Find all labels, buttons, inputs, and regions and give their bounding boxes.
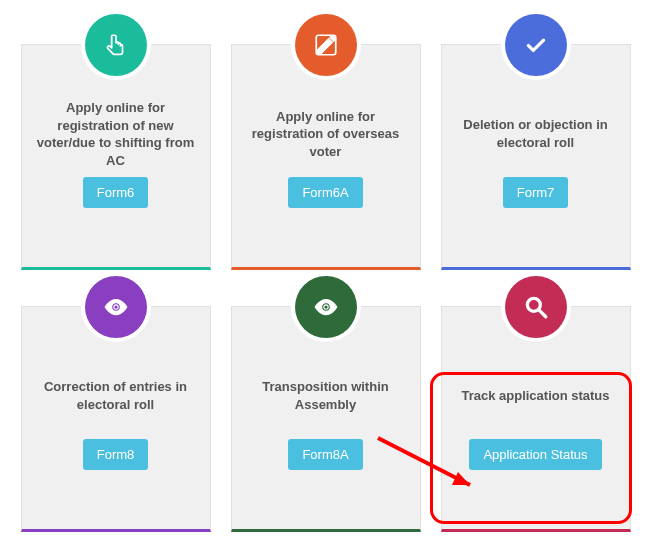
eye-icon bbox=[295, 276, 357, 338]
form8-button[interactable]: Form8 bbox=[83, 439, 149, 470]
card-form8a[interactable]: Transposition within Assembly Form8A bbox=[231, 306, 421, 532]
form8a-button[interactable]: Form8A bbox=[288, 439, 362, 470]
card-form6[interactable]: Apply online for registration of new vot… bbox=[21, 44, 211, 270]
card-form7[interactable]: Deletion or objection in electoral roll … bbox=[441, 44, 631, 270]
search-icon bbox=[505, 276, 567, 338]
form7-button[interactable]: Form7 bbox=[503, 177, 569, 208]
card-form8[interactable]: Correction of entries in electoral roll … bbox=[21, 306, 211, 532]
card-title: Deletion or objection in electoral roll bbox=[454, 99, 618, 169]
card-application-status[interactable]: Track application status Application Sta… bbox=[441, 306, 631, 532]
eye-icon bbox=[85, 276, 147, 338]
card-title: Apply online for registration of new vot… bbox=[34, 99, 198, 169]
form6a-button[interactable]: Form6A bbox=[288, 177, 362, 208]
application-status-button[interactable]: Application Status bbox=[469, 439, 601, 470]
svg-point-1 bbox=[113, 305, 117, 309]
card-title: Apply online for registration of oversea… bbox=[244, 99, 408, 169]
card-title: Track application status bbox=[459, 361, 611, 431]
svg-point-2 bbox=[323, 305, 327, 309]
edit-icon bbox=[295, 14, 357, 76]
pointer-icon bbox=[85, 14, 147, 76]
svg-line-4 bbox=[539, 310, 546, 317]
card-form6a[interactable]: Apply online for registration of oversea… bbox=[231, 44, 421, 270]
card-grid: Apply online for registration of new vot… bbox=[0, 0, 651, 532]
form6-button[interactable]: Form6 bbox=[83, 177, 149, 208]
check-icon bbox=[505, 14, 567, 76]
card-title: Transposition within Assembly bbox=[244, 361, 408, 431]
card-title: Correction of entries in electoral roll bbox=[34, 361, 198, 431]
